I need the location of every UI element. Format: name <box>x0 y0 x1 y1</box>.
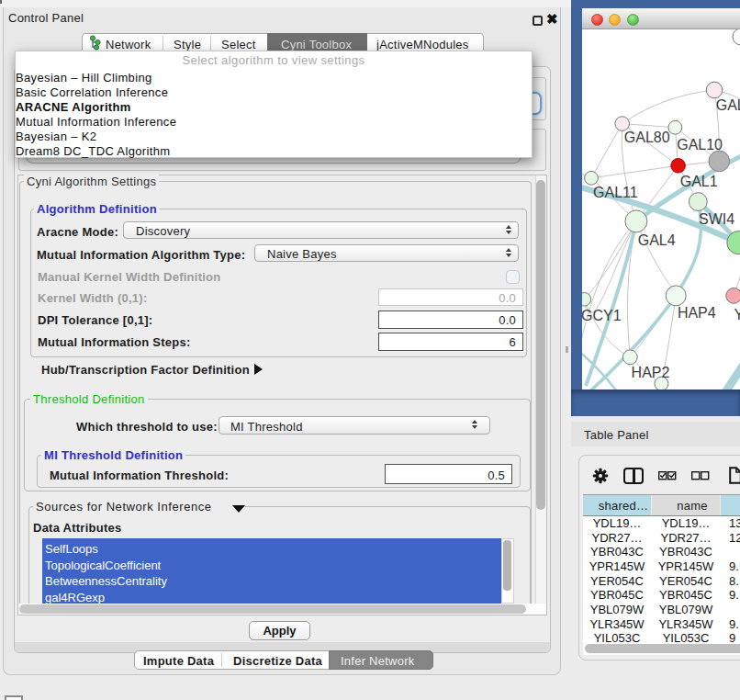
svg-text:HAP2: HAP2 <box>632 365 670 380</box>
svg-text:SWI4: SWI4 <box>699 211 734 227</box>
svg-text:GAL80: GAL80 <box>624 130 670 145</box>
svg-text:GAL4: GAL4 <box>638 232 676 248</box>
svg-text:GAL11: GAL11 <box>593 185 638 200</box>
svg-text:HAP4: HAP4 <box>678 305 716 321</box>
svg-text:Y: Y <box>734 307 740 322</box>
svg-text:GCY1: GCY1 <box>582 308 622 323</box>
svg-text:GAL10: GAL10 <box>677 137 723 152</box>
svg-text:GAL7: GAL7 <box>716 97 740 113</box>
svg-text:GAL1: GAL1 <box>680 174 718 189</box>
